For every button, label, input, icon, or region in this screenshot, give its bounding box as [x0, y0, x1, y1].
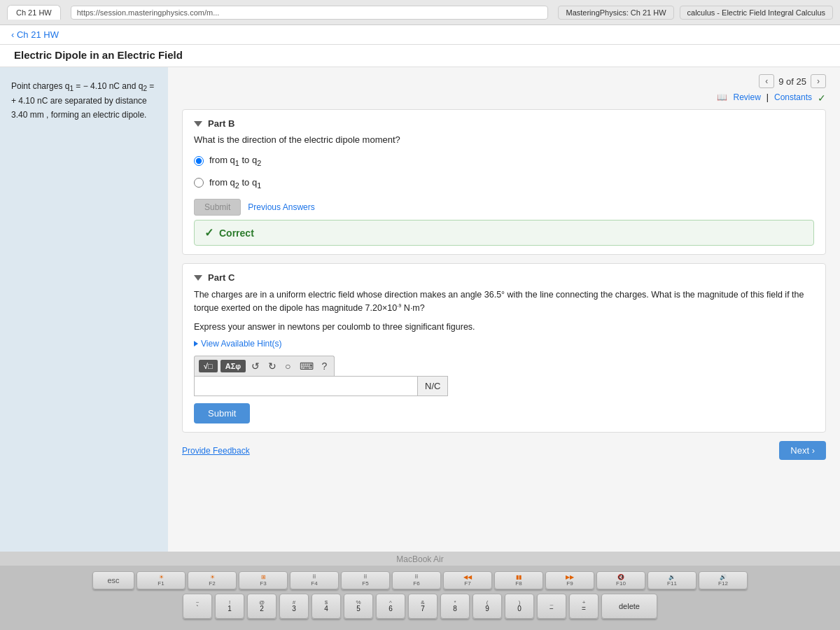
option2-row[interactable]: from q2 to q1 — [194, 174, 814, 192]
view-hints-row[interactable]: View Available Hint(s) — [194, 339, 814, 349]
key-f9[interactable]: ▶▶F9 — [545, 571, 594, 589]
greek-button[interactable]: AΣφ — [220, 360, 246, 372]
next-page-button[interactable]: › — [811, 74, 826, 88]
screen-area: ‹ Ch 21 HW Electric Dipole in an Electri… — [0, 25, 840, 630]
part-c-header: Part C — [194, 272, 814, 283]
separator: | — [766, 92, 769, 104]
key-f12[interactable]: 🔊F12 — [699, 571, 748, 589]
key-f6[interactable]: ⠿F6 — [392, 571, 441, 589]
part-c-instruction: Express your answer in newtons per coulo… — [194, 321, 814, 334]
tab-ch21[interactable]: Ch 21 HW — [7, 5, 61, 20]
undo-button[interactable]: ↺ — [248, 359, 262, 373]
constants-link[interactable]: Constants — [774, 92, 812, 104]
key-delete[interactable]: delete — [601, 594, 657, 619]
expand-icon[interactable] — [194, 121, 202, 127]
back-link[interactable]: ‹ Ch 21 HW — [11, 29, 59, 40]
part-c-expand-icon[interactable] — [194, 275, 202, 281]
problem-info-panel: Point charges q1 = − 4.10 nC and q2 = + … — [0, 67, 168, 552]
key-f8[interactable]: ▮▮F8 — [494, 571, 543, 589]
problem-description: Point charges q1 = − 4.10 nC and q2 = + … — [11, 80, 157, 122]
help-button[interactable]: ? — [319, 359, 330, 373]
tab-calculus[interactable]: calculus - Electric Field Integral Calcu… — [680, 6, 833, 20]
key-1[interactable]: !1 — [215, 594, 244, 619]
sqrt-icon: √□ — [204, 362, 213, 370]
page-number: 9 of 25 — [778, 76, 806, 87]
option1-radio[interactable] — [194, 156, 204, 166]
key-f2[interactable]: ☀F2 — [188, 571, 237, 589]
previous-answers-link[interactable]: Previous Answers — [248, 202, 314, 212]
option1-label: from q1 to q2 — [209, 155, 261, 167]
tab-ch21-label: Ch 21 HW — [16, 8, 52, 17]
fn-key-row: esc ☀F1 ☀F2 ⊞F3 ⠿F4 ⠿F5 ⠿F6 ◀◀F7 ▮▮F8 ▶▶… — [14, 571, 826, 589]
key-equals[interactable]: += — [569, 594, 598, 619]
option2-radio[interactable] — [194, 178, 204, 188]
correct-banner: ✓ Correct — [194, 220, 814, 246]
page-title: Electric Dipole in an Electric Field — [0, 45, 840, 67]
submit-c-label: Submit — [208, 408, 236, 419]
key-esc[interactable]: esc — [92, 571, 134, 589]
bottom-row: Provide Feedback Next › — [182, 441, 826, 460]
browser-bar: Ch 21 HW https://session.masteringphysic… — [0, 0, 840, 25]
key-f5[interactable]: ⠿F5 — [341, 571, 390, 589]
part-c-section: Part C The charges are in a uniform elec… — [182, 263, 826, 433]
part-c-label: Part C — [208, 272, 234, 283]
hint-arrow-icon — [194, 341, 198, 346]
prev-page-button[interactable]: ‹ — [759, 74, 774, 88]
key-7[interactable]: &7 — [408, 594, 438, 619]
key-9[interactable]: (9 — [472, 594, 502, 619]
top-links: 📖 Review | Constants ✓ — [182, 92, 826, 104]
key-backtick[interactable]: ~` — [183, 594, 212, 619]
redo-button[interactable]: ↻ — [265, 359, 279, 373]
submit-button-b[interactable]: Submit — [194, 199, 241, 216]
content-area: ‹ 9 of 25 › 📖 Review | Constants ✓ Part … — [168, 67, 840, 552]
key-3[interactable]: #3 — [279, 594, 309, 619]
part-b-label: Part B — [208, 118, 234, 129]
submit-row-b: Submit Previous Answers — [194, 199, 814, 216]
next-label: Next › — [790, 445, 815, 456]
keyboard-area: esc ☀F1 ☀F2 ⊞F3 ⠿F4 ⠿F5 ⠿F6 ◀◀F7 ▮▮F8 ▶▶… — [0, 566, 840, 630]
key-f3[interactable]: ⊞F3 — [239, 571, 288, 589]
key-minus[interactable]: _− — [537, 594, 566, 619]
key-f1[interactable]: ☀F1 — [136, 571, 186, 589]
submit-button-c[interactable]: Submit — [194, 403, 250, 424]
key-2[interactable]: @2 — [247, 594, 276, 619]
math-toolbar: √□ AΣφ ↺ ↻ ○ ⌨ ? — [194, 356, 335, 376]
tab-mastering-label: MasteringPhysics: Ch 21 HW — [566, 8, 666, 17]
option1-row[interactable]: from q1 to q2 — [194, 152, 814, 170]
number-key-row: ~` !1 @2 #3 $4 %5 ^6 &7 *8 (9 )0 _− += d… — [14, 594, 826, 619]
sqrt-button[interactable]: √□ — [199, 360, 218, 372]
pagination-row: ‹ 9 of 25 › — [182, 74, 826, 88]
key-6[interactable]: ^6 — [376, 594, 405, 619]
part-b-header: Part B — [194, 118, 814, 129]
tab-calculus-label: calculus - Electric Field Integral Calcu… — [687, 8, 825, 17]
checkmark-top: ✓ — [818, 92, 826, 104]
tab-mastering[interactable]: MasteringPhysics: Ch 21 HW — [558, 6, 673, 20]
url-bar[interactable]: https://session.masteringphysics.com/m..… — [71, 6, 549, 20]
submit-b-label: Submit — [204, 202, 230, 212]
url-text: https://session.masteringphysics.com/m..… — [77, 8, 220, 17]
top-nav: ‹ Ch 21 HW — [0, 25, 840, 45]
answer-input[interactable] — [194, 376, 418, 396]
key-f4[interactable]: ⠿F4 — [290, 571, 339, 589]
refresh-button[interactable]: ○ — [282, 359, 293, 373]
key-f7[interactable]: ◀◀F7 — [443, 571, 492, 589]
correct-text: Correct — [219, 227, 254, 239]
key-f10[interactable]: 🔇F10 — [596, 571, 645, 589]
nav-left: ‹ Ch 21 HW — [11, 29, 59, 40]
main-content: Point charges q1 = − 4.10 nC and q2 = + … — [0, 67, 840, 552]
option2-label: from q2 to q1 — [209, 177, 261, 190]
next-button[interactable]: Next › — [779, 441, 826, 460]
key-f11[interactable]: 🔉F11 — [648, 571, 696, 589]
key-5[interactable]: %5 — [344, 594, 373, 619]
part-c-question: The charges are in a uniform electric fi… — [194, 288, 814, 315]
macbook-text: MacBook Air — [396, 554, 443, 564]
provide-feedback-link[interactable]: Provide Feedback — [182, 446, 250, 456]
key-0[interactable]: )0 — [505, 594, 534, 619]
page-title-text: Electric Dipole in an Electric Field — [14, 49, 183, 61]
review-link[interactable]: Review — [733, 92, 760, 104]
key-4[interactable]: $4 — [312, 594, 341, 619]
review-icon: 📖 — [717, 92, 727, 104]
view-hints-label[interactable]: View Available Hint(s) — [201, 339, 282, 349]
keyboard-button[interactable]: ⌨ — [297, 359, 316, 373]
key-8[interactable]: *8 — [440, 594, 470, 619]
